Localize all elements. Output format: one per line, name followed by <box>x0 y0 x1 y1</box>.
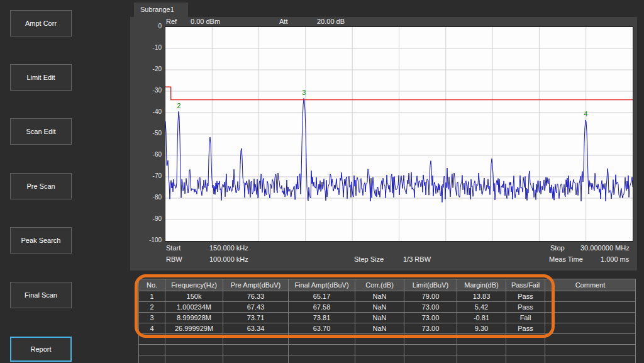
scan-edit-button[interactable]: Scan Edit <box>10 118 72 145</box>
peak-search-button[interactable]: Peak Search <box>10 227 72 254</box>
cell-comment <box>545 302 636 313</box>
rbw-label: RBW <box>166 255 182 264</box>
table-header-row: No. Frequency(Hz) Pre Ampt(dBuV) Final A… <box>139 279 636 291</box>
y-tick-label: -20 <box>130 65 162 73</box>
cell-no: 4 <box>139 323 165 334</box>
meas-time-label: Meas Time <box>549 255 583 264</box>
svg-text:4: 4 <box>584 110 587 118</box>
cell-no: 2 <box>139 302 165 313</box>
col-pre-ampt: Pre Ampt(dBuV) <box>223 279 289 291</box>
cell-corr: NaN <box>355 323 404 334</box>
final-scan-button[interactable]: Final Scan <box>10 282 72 308</box>
y-axis-labels: 0 -10 -20 -30 -40 -50 -60 -70 -80 -90 -1… <box>130 17 163 271</box>
col-no: No. <box>139 279 165 291</box>
col-pass-fail: Pass/Fail <box>506 279 545 291</box>
stop-value: 30.000000 MHz <box>580 244 630 252</box>
col-corr: Corr.(dB) <box>355 279 404 291</box>
table-row-empty <box>139 334 636 345</box>
col-final-ampt: Final Ampt(dBuV) <box>289 279 355 291</box>
stop-label: Stop <box>550 244 565 252</box>
table-row-empty <box>139 345 636 355</box>
cell-no: 3 <box>139 313 165 323</box>
results-table: No. Frequency(Hz) Pre Ampt(dBuV) Final A… <box>138 279 636 363</box>
cell-final-ampt: 73.81 <box>289 313 355 323</box>
step-size-value: 1/3 RBW <box>403 255 431 264</box>
y-tick-label: -50 <box>130 130 162 137</box>
cell-corr: NaN <box>355 291 404 302</box>
rbw-value: 100.000 kHz <box>209 255 248 264</box>
app-window: Ampt Corr Limit Edit Scan Edit Pre Scan … <box>0 0 644 363</box>
report-button[interactable]: Report <box>10 337 72 362</box>
cell-margin: -0.81 <box>457 313 506 323</box>
cell-pre-ampt: 63.34 <box>223 323 289 334</box>
y-tick-label: -90 <box>130 215 162 223</box>
y-tick-label: -80 <box>130 194 162 201</box>
col-comment: Comment <box>545 279 636 291</box>
limit-edit-button[interactable]: Limit Edit <box>10 64 72 91</box>
y-tick-label: -40 <box>130 108 162 116</box>
cell-frequency: 8.999928M <box>165 313 223 323</box>
start-value: 150.000 kHz <box>209 244 248 252</box>
cell-corr: NaN <box>355 302 404 313</box>
att-value: 20.00 dB <box>317 18 345 26</box>
cell-limit: 73.00 <box>404 313 457 323</box>
col-frequency: Frequency(Hz) <box>165 279 223 291</box>
cell-pre-ampt: 76.33 <box>223 291 289 302</box>
cell-pass-fail: Pass <box>506 323 545 334</box>
y-tick-label: 0 <box>130 23 162 30</box>
y-tick-label: -60 <box>130 151 162 159</box>
att-label: Att <box>279 18 287 26</box>
col-margin: Margin(dB) <box>457 279 506 291</box>
table-row[interactable]: 2 1.000234M 67.43 67.58 NaN 73.00 5.42 P… <box>139 302 636 313</box>
chart-panel: Ref 0.00 dBm Att 20.00 dB 0 -10 -20 -30 … <box>130 17 637 271</box>
cell-final-ampt: 67.58 <box>289 302 355 313</box>
cell-pre-ampt: 67.43 <box>223 302 289 313</box>
tab-subrange1[interactable]: Subrange1 <box>134 3 188 17</box>
cell-comment <box>545 291 636 302</box>
y-tick-label: -100 <box>130 237 162 244</box>
table-row-empty <box>139 355 636 363</box>
cell-comment <box>545 323 636 334</box>
cell-margin: 9.30 <box>457 323 506 334</box>
cell-pass-fail: Fail <box>506 313 545 323</box>
cell-margin: 5.42 <box>457 302 506 313</box>
cell-frequency: 26.999929M <box>165 323 223 334</box>
cell-pre-ampt: 73.71 <box>223 313 289 323</box>
cell-comment <box>545 313 636 323</box>
spectrum-plot: 234 <box>165 27 633 241</box>
y-tick-label: -70 <box>130 172 162 180</box>
plot-area: 234 <box>165 26 633 242</box>
cell-frequency: 150k <box>165 291 223 302</box>
cell-final-ampt: 63.70 <box>289 323 355 334</box>
meas-time-value: 1.000 ms <box>601 255 629 264</box>
cell-limit: 73.00 <box>404 302 457 313</box>
ampt-corr-button[interactable]: Ampt Corr <box>10 10 72 36</box>
y-tick-label: -30 <box>130 87 162 94</box>
table-row[interactable]: 1 150k 76.33 65.17 NaN 79.00 13.83 Pass <box>139 291 636 302</box>
table-row[interactable]: 3 8.999928M 73.71 73.81 NaN 73.00 -0.81 … <box>139 313 636 323</box>
svg-text:3: 3 <box>302 89 306 96</box>
pre-scan-button[interactable]: Pre Scan <box>10 173 72 199</box>
cell-corr: NaN <box>355 313 404 323</box>
cell-limit: 73.00 <box>404 323 457 334</box>
start-label: Start <box>166 244 180 252</box>
ref-value: 0.00 dBm <box>191 18 220 26</box>
table-row[interactable]: 4 26.999929M 63.34 63.70 NaN 73.00 9.30 … <box>139 323 636 334</box>
cell-pass-fail: Pass <box>506 302 545 313</box>
cell-limit: 79.00 <box>404 291 457 302</box>
cell-final-ampt: 65.17 <box>289 291 355 302</box>
cell-margin: 13.83 <box>457 291 506 302</box>
cell-no: 1 <box>139 291 165 302</box>
col-limit: Limit(dBuV) <box>404 279 457 291</box>
cell-pass-fail: Pass <box>506 291 545 302</box>
ref-label: Ref <box>166 18 177 26</box>
cell-frequency: 1.000234M <box>165 302 223 313</box>
y-tick-label: -10 <box>130 44 162 52</box>
svg-text:2: 2 <box>177 102 180 109</box>
step-size-label: Step Size <box>354 255 384 264</box>
